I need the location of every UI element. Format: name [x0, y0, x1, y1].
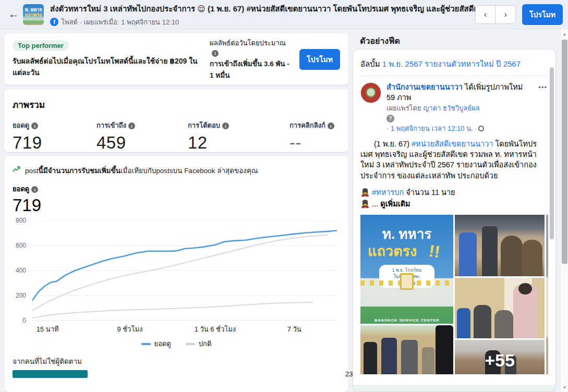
publisher-link[interactable]: ญาดา ธวัชวิบูลย์ผล: [423, 104, 480, 112]
thumb-text-2: แถวตรง: [23, 11, 44, 19]
metric-interactions: การโต้ตอบi 12: [188, 120, 289, 153]
views-line-chart: 0200400600800 15 นาที9 ชั่วโมง1 วัน 6 ชั…: [13, 220, 340, 334]
facebook-icon: f: [50, 18, 58, 26]
overview-title: ภาพรวม: [13, 97, 340, 112]
figure-shape: [501, 236, 523, 276]
legend-typical-label: ปกติ: [199, 338, 212, 349]
post-menu-icon[interactable]: •••: [538, 83, 547, 91]
published-by-label: เผยแพร่โดย: [386, 104, 421, 112]
metric-views: ยอดดูi 719: [13, 120, 96, 153]
legend-views: ยอดดู: [141, 338, 171, 349]
legend-views-label: ยอดดู: [154, 338, 171, 349]
post-navigation: ‹ ›: [475, 5, 516, 24]
legend-views-swatch: [141, 343, 151, 345]
more-photos-overlay[interactable]: +55: [485, 350, 515, 370]
info-icon[interactable]: i: [31, 186, 38, 193]
see-more-link[interactable]: ดูเพิ่มเติม: [380, 200, 410, 208]
estimate-value: การเข้าถึงเพิ่มขึ้น 3.6 พัน - 1 หมื่น: [210, 58, 292, 81]
page-scrollbar-thumb[interactable]: [562, 40, 567, 264]
album-link[interactable]: 1 พ.ย. 2567 รายงานตัวทหารใหม่ ปี 2567: [382, 59, 521, 68]
post-photo-statues[interactable]: [455, 215, 545, 276]
page-scrollbar[interactable]: ▲ ▼: [560, 29, 568, 392]
insight-suffix: เมื่อเทียบกับpostsบน Facebook ล่าสุดของค…: [120, 167, 258, 175]
post-body-open: (1 พ.ย. 67): [374, 140, 412, 148]
post-photo-cutoff: [546, 215, 548, 374]
post-timestamp-link[interactable]: · 1 พฤศจิกายน เวลา 12:10 น. ·: [386, 125, 477, 132]
page-name-link[interactable]: สำนักงานเขตยานนาวา: [386, 83, 463, 91]
y-axis-tick: 600: [16, 242, 26, 249]
post-photo-poster[interactable]: ท. ทหาร แถวตรง !! 1 พ.ย. โรงเรียน ในสังก…: [360, 215, 453, 324]
metric-reach: การเข้าถึงi 459: [96, 120, 188, 153]
figure-shape: [364, 342, 377, 374]
post-publish-meta: โพสต์ · เผยแพร่เมื่อ: 1 พฤศจิกายน 12:10: [61, 17, 179, 28]
figure-shape: [482, 226, 498, 276]
chart-legend: ยอดดู ปกติ: [13, 338, 340, 349]
poster-portrait: [400, 273, 414, 290]
poster-sign-text: BANGKOK SERVICE CENTER: [360, 318, 453, 323]
x-axis-tick: 9 ชั่วโมง: [117, 324, 142, 335]
poster-exclaim: !!: [427, 241, 441, 262]
non-follower-label: จากคนที่ไม่ใช่ผู้ติดตาม: [13, 356, 340, 367]
next-post-button[interactable]: ›: [496, 6, 515, 23]
figure-shape: [494, 310, 513, 338]
metric-link-clicks: การคลิกลิงก์i --: [289, 120, 340, 153]
page-avatar[interactable]: [360, 82, 381, 103]
top-performer-card: Top performer รับผลลัพธ์ต่อไปเมื่อคุณโปร…: [4, 33, 348, 85]
y-axis-tick: 400: [16, 267, 26, 274]
back-icon[interactable]: ←: [5, 6, 22, 23]
views-chart-card: postนี้มีจำนวนการรับชมเพิ่มขึ้นเมื่อเทีย…: [4, 156, 348, 392]
chart-metric-value: 719: [13, 195, 340, 215]
poster-bubble-line: 1 พ.ย. โรงเรียน: [381, 267, 432, 273]
metric-value: 459: [96, 133, 188, 153]
x-axis-tick: 15 นาที: [37, 324, 59, 335]
feed-preview-card: อัลบั้ม 1 พ.ย. 2567 รายงานตัวทหารใหม่ ปี…: [353, 49, 556, 392]
figure-shape: [422, 347, 434, 374]
army-count-text: จำนวน 11 นาย: [404, 188, 455, 197]
post-photo-registration[interactable]: [455, 278, 545, 338]
badge-icon[interactable]: ?: [386, 115, 394, 123]
info-icon[interactable]: i: [128, 123, 135, 129]
promote-suggestion-text: รับผลลัพธ์ต่อไปเมื่อคุณโปรโมทโพสต์นี้และ…: [13, 55, 202, 78]
non-follower-bar-fill: [13, 370, 88, 378]
prev-post-button[interactable]: ‹: [476, 6, 496, 23]
guard-emoji: 💂: [360, 188, 370, 197]
figure-shape: [381, 338, 397, 374]
chart-insight: postนี้มีจำนวนการรับชมเพิ่มขึ้นเมื่อเทีย…: [13, 165, 340, 176]
insight-bold: นี้มีจำนวนการรับชมเพิ่มขึ้น: [39, 167, 120, 175]
info-icon[interactable]: i: [31, 123, 38, 129]
promote-button-card[interactable]: โปรโมท: [299, 49, 340, 70]
y-axis-tick: 800: [16, 217, 26, 224]
info-icon[interactable]: i: [328, 123, 334, 129]
header-title-block: ส่งตัวทหารใหม่ 3 เหล่าทัพไปกองประจำการ 😌…: [50, 2, 475, 28]
figure-shape: [436, 325, 453, 374]
scroll-down-icon[interactable]: ▼: [561, 384, 568, 391]
chart-metric-label: ยอดดู: [13, 185, 29, 193]
album-prefix: อัลบั้ม: [360, 59, 380, 68]
post-photo-grid: ท. ทหาร แถวตรง !! 1 พ.ย. โรงเรียน ในสังก…: [360, 215, 548, 374]
figure-shape: [474, 305, 491, 338]
metric-value: 12: [188, 133, 289, 153]
army-hashtag-link[interactable]: #ทหารบก: [372, 188, 404, 197]
info-icon[interactable]: i: [212, 50, 219, 57]
post-hashtag-link[interactable]: #หน่วยสัสดีเขตยานนาวา: [412, 140, 493, 148]
views-chart-svg: [32, 220, 337, 321]
chart-y-labels: 0200400600800: [13, 220, 29, 321]
photo-count: 59 ภาพ: [386, 93, 523, 103]
y-axis-tick: 200: [16, 292, 26, 299]
post-photo-conference[interactable]: +55: [455, 340, 545, 374]
figure-shape: [522, 240, 542, 276]
top-bar: ← ท. ทหาร แถวตรง ส่งตัวทหารใหม่ 3 เหล่าท…: [0, 0, 568, 29]
post-thumbnail: ท. ทหาร แถวตรง: [23, 4, 44, 25]
legend-typical-swatch: [186, 343, 195, 345]
legend-typical: ปกติ: [186, 338, 212, 349]
info-icon[interactable]: i: [222, 123, 229, 129]
y-axis-tick: 0: [22, 317, 26, 324]
post-action-text: ได้เพิ่มรูปภาพใหม่: [465, 83, 523, 91]
scroll-up-icon[interactable]: ▲: [561, 30, 568, 38]
figure-shape: [457, 308, 470, 338]
promote-button-header[interactable]: โปรโมท: [522, 4, 563, 25]
feed-scrollbar-thumb[interactable]: [550, 67, 554, 239]
metric-value: 719: [13, 133, 96, 153]
top-performer-badge: Top performer: [13, 40, 69, 51]
post-photo-lineup[interactable]: [360, 325, 453, 374]
